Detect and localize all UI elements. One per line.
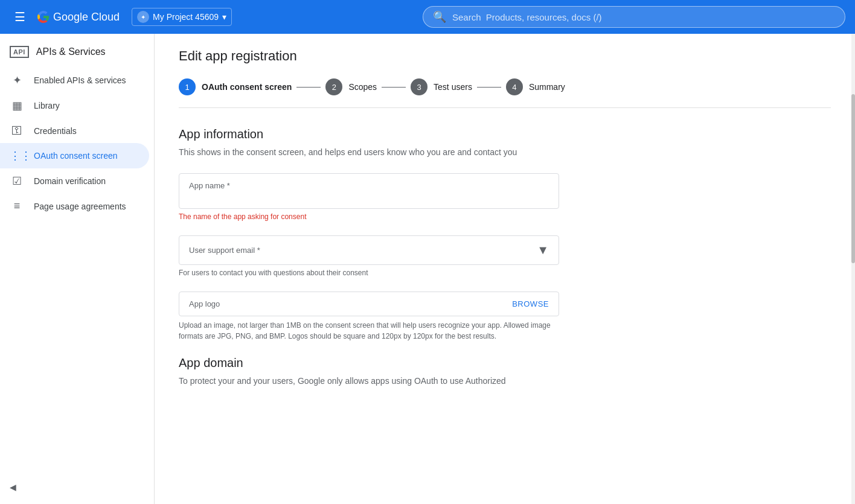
sidebar-item-enabled-apis[interactable]: ✦ Enabled APIs & services — [0, 68, 149, 93]
step-3-label: Test users — [434, 82, 472, 92]
topnav: ☰ Google Cloud ✦ My Project 45609 ▾ 🔍 — [0, 0, 855, 34]
sidebar-collapse-button[interactable]: ◀ — [0, 475, 154, 499]
user-support-email-label: User support email * — [189, 246, 260, 255]
collapse-icon: ◀ — [10, 482, 16, 492]
app-name-hint: The name of the app asking for consent — [179, 212, 831, 221]
library-icon: ▦ — [10, 99, 24, 112]
page-usage-icon: ≡ — [10, 200, 24, 212]
oauth-consent-icon: ⋮⋮ — [10, 149, 24, 162]
browse-button[interactable]: BROWSE — [512, 299, 549, 308]
step-1-circle: 1 — [179, 78, 196, 95]
project-selector[interactable]: ✦ My Project 45609 ▾ — [132, 8, 232, 26]
step-3-circle: 3 — [411, 78, 427, 95]
app-name-input-container[interactable]: App name * — [179, 173, 559, 209]
step-1: 1 OAuth consent screen — [179, 78, 292, 95]
sidebar-item-label-domain-verification: Domain verification — [34, 176, 106, 186]
page-title: Edit app registration — [179, 48, 831, 64]
step-4: 4 Summary — [506, 78, 565, 95]
sidebar-item-library[interactable]: ▦ Library — [0, 93, 149, 118]
sidebar-item-oauth-consent[interactable]: ⋮⋮ OAuth consent screen — [0, 143, 149, 168]
sidebar-item-page-usage[interactable]: ≡ Page usage agreements — [0, 194, 149, 219]
sidebar-title: APIs & Services — [36, 46, 106, 57]
sidebar-item-label-library: Library — [34, 101, 60, 110]
main-content: Edit app registration 1 OAuth consent sc… — [155, 34, 855, 504]
stepper: 1 OAuth consent screen 2 Scopes 3 Test u… — [179, 78, 831, 108]
user-support-email-select[interactable]: User support email * ▼ — [179, 235, 559, 265]
search-icon: 🔍 — [433, 10, 446, 24]
step-2-label: Scopes — [348, 82, 377, 92]
user-support-email-arrow: ▼ — [537, 243, 549, 257]
app-name-field: App name * The name of the app asking fo… — [179, 173, 831, 221]
project-name: My Project 45609 — [153, 12, 219, 22]
app-information-desc: This shows in the consent screen, and he… — [179, 146, 831, 159]
app-information-title: App information — [179, 127, 831, 141]
app-logo-label: App logo — [189, 299, 220, 308]
sidebar-item-domain-verification[interactable]: ☑ Domain verification — [0, 168, 149, 194]
user-support-email-field: User support email * ▼ For users to cont… — [179, 235, 831, 277]
google-cloud-logo-icon — [37, 11, 50, 23]
enabled-apis-icon: ✦ — [10, 74, 24, 87]
sidebar-item-label-oauth-consent: OAuth consent screen — [34, 151, 118, 161]
sidebar: API APIs & Services ✦ Enabled APIs & ser… — [0, 34, 155, 504]
sidebar-item-label-enabled-apis: Enabled APIs & services — [34, 75, 126, 85]
step-connector-1-2 — [296, 87, 321, 88]
step-2-circle: 2 — [325, 78, 342, 95]
user-support-email-hint: For users to contact you with questions … — [179, 269, 831, 277]
scroll-thumb[interactable] — [851, 94, 855, 263]
step-connector-3-4 — [477, 87, 501, 88]
app-name-input[interactable] — [189, 191, 549, 201]
google-cloud-logo[interactable]: Google Cloud — [37, 11, 120, 24]
step-4-label: Summary — [529, 82, 565, 92]
hamburger-menu[interactable]: ☰ — [10, 5, 30, 29]
app-name-label: App name * — [189, 181, 549, 190]
search-bar[interactable]: 🔍 — [423, 6, 845, 28]
sidebar-item-label-page-usage: Page usage agreements — [34, 202, 126, 211]
sidebar-item-label-credentials: Credentials — [34, 126, 77, 136]
step-1-label: OAuth consent screen — [202, 82, 292, 92]
app-logo-hint: Upload an image, not larger than 1MB on … — [179, 320, 559, 342]
credentials-icon: ⚿ — [10, 124, 24, 137]
step-3: 3 Test users — [411, 78, 472, 95]
domain-verification-icon: ☑ — [10, 174, 24, 188]
step-connector-2-3 — [382, 87, 406, 88]
step-2: 2 Scopes — [325, 78, 377, 95]
app-domain-title: App domain — [179, 356, 831, 370]
layout: API APIs & Services ✦ Enabled APIs & ser… — [0, 34, 855, 504]
scrollbar[interactable] — [851, 34, 855, 504]
sidebar-item-credentials[interactable]: ⚿ Credentials — [0, 118, 149, 143]
api-badge: API — [10, 46, 29, 58]
logo-text: Google Cloud — [53, 11, 120, 24]
sidebar-header: API APIs & Services — [0, 39, 154, 68]
project-dropdown-arrow: ▾ — [222, 12, 226, 22]
app-domain-desc: To protect your and your users, Google o… — [179, 375, 831, 388]
search-input[interactable] — [452, 12, 835, 22]
app-logo-browse-container: App logo BROWSE — [179, 292, 559, 316]
project-icon: ✦ — [137, 11, 149, 23]
step-4-circle: 4 — [506, 78, 523, 95]
app-logo-field: App logo BROWSE Upload an image, not lar… — [179, 292, 831, 342]
